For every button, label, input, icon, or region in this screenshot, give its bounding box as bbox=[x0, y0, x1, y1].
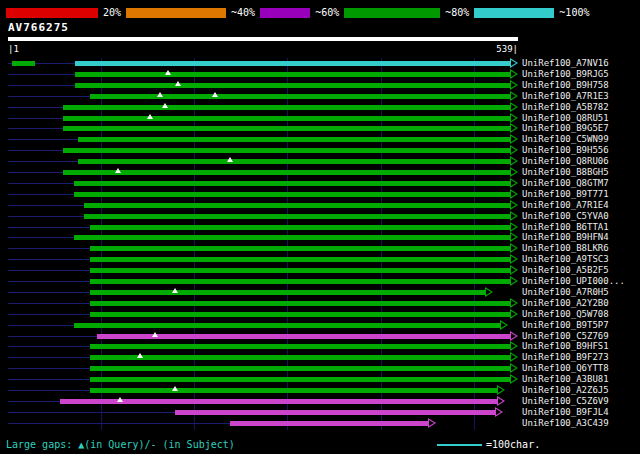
leader-line bbox=[8, 390, 90, 391]
hit-label[interactable]: UniRef100_A7R1E4 bbox=[522, 201, 609, 210]
hit-label[interactable]: UniRef100_C5WN99 bbox=[522, 135, 609, 144]
hit-label[interactable]: UniRef100_A5B2F5 bbox=[522, 266, 609, 275]
hit-label[interactable]: UniRef100_C5YVA0 bbox=[522, 212, 609, 221]
hit-bar[interactable] bbox=[74, 192, 510, 197]
hit-label[interactable]: UniRef100_UPI000... bbox=[522, 277, 625, 286]
hit-label[interactable]: UniRef100_A7R1E3 bbox=[522, 92, 609, 101]
hit-bar[interactable] bbox=[90, 377, 510, 382]
hit-bar[interactable] bbox=[175, 410, 495, 415]
hit-label[interactable]: UniRef100_A3C439 bbox=[522, 419, 609, 428]
hit-label[interactable]: UniRef100_A7NV16 bbox=[522, 59, 609, 68]
hit-label[interactable]: UniRef100_C5Z769 bbox=[522, 332, 609, 341]
hit-bar[interactable] bbox=[90, 257, 510, 262]
hit-label[interactable]: UniRef100_Q8RU06 bbox=[522, 157, 609, 166]
hit-bar[interactable] bbox=[74, 235, 510, 240]
hit-bar[interactable] bbox=[90, 388, 497, 393]
hit-label[interactable]: UniRef100_A3BU81 bbox=[522, 375, 609, 384]
hit-bar[interactable] bbox=[78, 159, 510, 164]
leader-line bbox=[8, 336, 97, 337]
key-item-60: ~60% bbox=[260, 7, 339, 19]
hit-label[interactable]: UniRef100_B6TTA1 bbox=[522, 223, 609, 232]
arrowhead-icon bbox=[510, 243, 518, 253]
hit-label[interactable]: UniRef100_A5B782 bbox=[522, 103, 609, 112]
leader-line bbox=[8, 183, 74, 184]
alignment-row: UniRef100_A2Y2B0 bbox=[0, 298, 640, 309]
hit-bar[interactable] bbox=[78, 137, 510, 142]
hit-bar[interactable] bbox=[63, 170, 510, 175]
hit-bar[interactable] bbox=[90, 312, 510, 317]
hit-bar[interactable] bbox=[84, 214, 510, 219]
hit-bar[interactable] bbox=[63, 126, 510, 131]
query-bar bbox=[8, 37, 518, 41]
arrowhead-icon bbox=[510, 58, 518, 68]
leader-line bbox=[8, 139, 78, 140]
hit-label[interactable]: UniRef100_A7R0H5 bbox=[522, 288, 609, 297]
hit-label[interactable]: UniRef100_B9RJG5 bbox=[522, 70, 609, 79]
gap-marker-icon bbox=[212, 92, 218, 97]
hit-bar[interactable] bbox=[90, 355, 510, 360]
key-item-20: 20% bbox=[6, 7, 121, 19]
hit-label[interactable]: UniRef100_B9HFS1 bbox=[522, 342, 609, 351]
arrowhead-icon bbox=[510, 80, 518, 90]
hit-label[interactable]: UniRef100_B8BGH5 bbox=[522, 168, 609, 177]
ruler-start: |1 bbox=[8, 44, 19, 54]
gap-marker-icon bbox=[152, 332, 158, 337]
hit-label[interactable]: UniRef100_A9TSC3 bbox=[522, 255, 609, 264]
alignment-row: UniRef100_A7R1E3 bbox=[0, 91, 640, 102]
hit-label[interactable]: UniRef100_B9H758 bbox=[522, 81, 609, 90]
hit-label[interactable]: UniRef100_Q6YTT8 bbox=[522, 364, 609, 373]
hit-bar[interactable] bbox=[230, 421, 428, 426]
arrowhead-icon bbox=[510, 123, 518, 133]
key-swatch-orange bbox=[126, 8, 226, 18]
hit-label[interactable]: UniRef100_B9HFN4 bbox=[522, 233, 609, 242]
hit-bar[interactable] bbox=[90, 301, 510, 306]
arrowhead-icon bbox=[510, 331, 518, 341]
hit-label[interactable]: UniRef100_B9FJL4 bbox=[522, 408, 609, 417]
arrowhead-icon bbox=[485, 287, 493, 297]
hit-bar[interactable] bbox=[90, 268, 510, 273]
hit-bar[interactable] bbox=[74, 181, 510, 186]
hit-bar[interactable] bbox=[63, 105, 510, 110]
hit-bar[interactable] bbox=[75, 72, 510, 77]
alignment-row: UniRef100_A2Z6J5 bbox=[0, 385, 640, 396]
hit-bar[interactable] bbox=[90, 246, 510, 251]
hit-label[interactable]: UniRef100_B9T771 bbox=[522, 190, 609, 199]
hit-bar[interactable] bbox=[75, 61, 510, 66]
hit-bar[interactable] bbox=[74, 323, 500, 328]
hit-bar[interactable] bbox=[90, 279, 510, 284]
hit-label[interactable]: UniRef100_B9T5P7 bbox=[522, 321, 609, 330]
hit-label[interactable]: UniRef100_C5Z6V9 bbox=[522, 397, 609, 406]
hit-bar[interactable] bbox=[90, 290, 485, 295]
hit-label[interactable]: UniRef100_A2Y2B0 bbox=[522, 299, 609, 308]
hit-bar[interactable] bbox=[90, 225, 510, 230]
hit-label[interactable]: UniRef100_B9G5E7 bbox=[522, 124, 609, 133]
alignment-row: UniRef100_A7NV16 bbox=[0, 58, 640, 69]
query-title: AV766275 bbox=[8, 21, 69, 34]
hit-label[interactable]: UniRef100_Q5W708 bbox=[522, 310, 609, 319]
alignment-row: UniRef100_A7R1E4 bbox=[0, 200, 640, 211]
hit-label[interactable]: UniRef100_B9F273 bbox=[522, 353, 609, 362]
alignment-row: UniRef100_B9H758 bbox=[0, 80, 640, 91]
hit-label[interactable]: UniRef100_Q8GTM7 bbox=[522, 179, 609, 188]
alignment-row: UniRef100_UPI000... bbox=[0, 276, 640, 287]
arrowhead-icon bbox=[497, 385, 505, 395]
hit-label[interactable]: UniRef100_B9H556 bbox=[522, 146, 609, 155]
hit-bar[interactable] bbox=[63, 116, 510, 121]
key-label: ~80% bbox=[445, 7, 469, 19]
hit-label[interactable]: UniRef100_A2Z6J5 bbox=[522, 386, 609, 395]
hit-bar-segment[interactable] bbox=[12, 61, 35, 66]
hit-bar[interactable] bbox=[90, 94, 510, 99]
leader-line bbox=[8, 248, 90, 249]
hit-bar[interactable] bbox=[75, 83, 510, 88]
hit-bar[interactable] bbox=[90, 344, 510, 349]
hit-bar[interactable] bbox=[63, 148, 510, 153]
hit-bar[interactable] bbox=[97, 334, 510, 339]
leader-line bbox=[8, 292, 90, 293]
hit-bar[interactable] bbox=[60, 399, 497, 404]
hit-bar[interactable] bbox=[90, 366, 510, 371]
hit-bar[interactable] bbox=[84, 203, 510, 208]
hit-label[interactable]: UniRef100_Q8RU51 bbox=[522, 114, 609, 123]
key-swatch-purple bbox=[260, 8, 310, 18]
hit-label[interactable]: UniRef100_B8LKR6 bbox=[522, 244, 609, 253]
ruler: |1 539| bbox=[8, 44, 518, 55]
